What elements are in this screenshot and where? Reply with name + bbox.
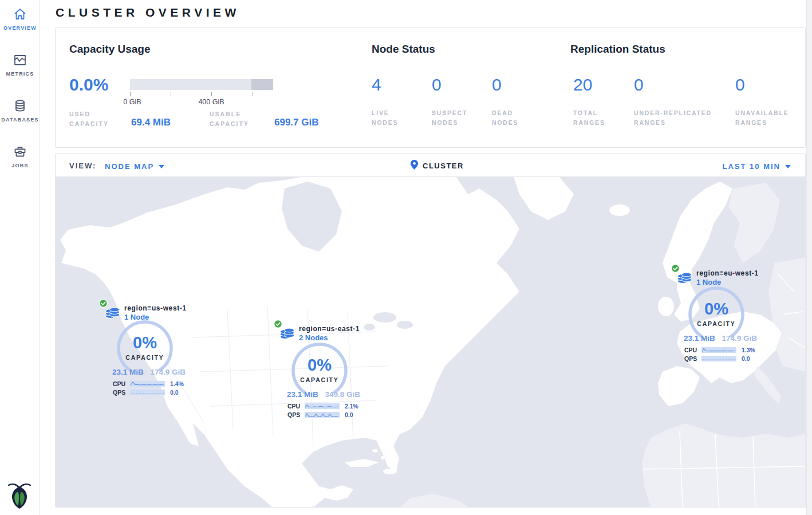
unavailable-ranges-label: UNAVAILABLE RANGES	[735, 108, 798, 128]
dead-nodes-value: 0	[492, 75, 549, 95]
home-icon	[13, 7, 27, 22]
time-range-value: LAST 10 MIN	[723, 162, 781, 171]
map-pin-icon	[411, 160, 418, 172]
sidebar-item-databases[interactable]: DATABASES	[0, 99, 40, 123]
dead-nodes-stat: 0 DEAD NODES	[492, 75, 549, 95]
qps-label: QPS	[113, 389, 130, 396]
sidebar-item-label: OVERVIEW	[0, 25, 40, 31]
qps-label: QPS	[684, 355, 701, 362]
sidebar-item-label: DATABASES	[0, 117, 40, 123]
capacity-percent: 0%	[115, 333, 175, 352]
capacity-used: 23.1 MiB	[112, 368, 144, 376]
cockroachdb-logo	[7, 481, 32, 509]
node-stack-icon	[677, 270, 692, 285]
usable-capacity-value: 699.7 GiB	[274, 117, 319, 128]
capacity-bar	[130, 79, 273, 90]
capacity-used: 23.1 MiB	[684, 334, 715, 343]
sidebar-item-label: JOBS	[0, 163, 40, 168]
capacity-used-percent: 0.0%	[69, 75, 108, 95]
axis-tick	[211, 92, 212, 96]
cpu-stat-row: CPU 1.4%	[113, 380, 184, 387]
used-capacity-label: USED CAPACITY	[69, 109, 121, 129]
cpu-value: 1.4%	[170, 380, 184, 387]
capacity-range-values: 23.1 MiB 349.8 GiB	[287, 390, 360, 399]
chevron-down-icon	[159, 162, 164, 170]
under-replicated-ranges-stat: 0 UNDER-REPLICATED RANGES	[634, 75, 731, 95]
sidebar-item-label: METRICS	[0, 71, 40, 77]
suspect-nodes-value: 0	[432, 75, 489, 95]
capacity-used: 23.1 MiB	[287, 390, 318, 399]
capacity-gauge-label: CAPACITY	[687, 320, 746, 327]
scrollbar[interactable]	[806, 0, 812, 515]
live-nodes-value: 4	[372, 75, 429, 95]
view-selector[interactable]: NODE MAP	[105, 162, 164, 171]
capacity-bar-reserved-segment	[251, 79, 273, 90]
cpu-sparkline	[130, 381, 165, 387]
dead-nodes-label: DEAD NODES	[492, 108, 526, 128]
cluster-summary-card: Capacity Usage 0.0% 0 GiB 400 GiB USED C…	[55, 27, 806, 148]
used-capacity-value: 69.4 MiB	[131, 117, 171, 128]
briefcase-icon	[13, 144, 27, 159]
node-status-title: Node Status	[372, 43, 435, 56]
unavailable-ranges-value: 0	[735, 75, 804, 95]
qps-value: 0.0	[345, 411, 353, 418]
capacity-total: 174.9 GiB	[150, 368, 186, 376]
axis-tick-label: 0 GiB	[123, 98, 141, 106]
page-title: CLUSTER OVERVIEW	[56, 6, 240, 19]
qps-stat-row: QPS 0.0	[113, 389, 179, 396]
total-ranges-value: 20	[573, 75, 630, 95]
suspect-nodes-label: SUSPECT NODES	[432, 108, 478, 128]
node-stack-icon	[279, 326, 295, 341]
capacity-gauge-label: CAPACITY	[290, 376, 349, 383]
replication-status-title: Replication Status	[570, 43, 665, 56]
axis-tick	[253, 92, 253, 96]
view-selector-value: NODE MAP	[105, 162, 154, 171]
sidebar-item-jobs[interactable]: JOBS	[0, 144, 40, 168]
axis-tick	[130, 92, 131, 96]
qps-value: 0.0	[170, 389, 179, 396]
unavailable-ranges-stat: 0 UNAVAILABLE RANGES	[735, 75, 804, 95]
cpu-stat-row: CPU 2.1%	[287, 403, 358, 410]
view-label: VIEW:	[69, 162, 96, 170]
breadcrumb-cluster: CLUSTER	[423, 162, 464, 170]
qps-sparkline	[130, 390, 165, 395]
qps-stat-row: QPS 0.0	[684, 355, 750, 362]
world-map[interactable]: region=us-west-1 1 Node 0% CAPACITY 23.1…	[56, 177, 806, 508]
live-nodes-stat: 4 LIVE NODES	[372, 75, 429, 95]
cpu-label: CPU	[684, 347, 701, 353]
under-replicated-ranges-label: UNDER-REPLICATED RANGES	[634, 108, 726, 128]
qps-label: QPS	[287, 411, 305, 418]
capacity-percent: 0%	[290, 356, 349, 375]
cpu-stat-row: CPU 1.3%	[684, 347, 755, 353]
cpu-sparkline	[701, 347, 736, 353]
axis-tick	[171, 92, 171, 96]
live-nodes-label: LIVE NODES	[372, 108, 413, 128]
qps-sparkline	[701, 356, 736, 361]
cpu-sparkline	[305, 403, 340, 409]
total-ranges-label: TOTAL RANGES	[573, 108, 613, 128]
sidebar-item-overview[interactable]: OVERVIEW	[0, 7, 40, 31]
cpu-value: 2.1%	[345, 403, 358, 410]
qps-stat-row: QPS 0.0	[287, 411, 353, 418]
qps-value: 0.0	[742, 355, 750, 362]
under-replicated-ranges-value: 0	[634, 75, 731, 95]
total-ranges-stat: 20 TOTAL RANGES	[573, 75, 630, 95]
sidebar-item-metrics[interactable]: METRICS	[0, 53, 40, 77]
capacity-total: 174.9 GiB	[722, 334, 757, 343]
usable-capacity-label: USABLE CAPACITY	[210, 109, 261, 129]
capacity-range-values: 23.1 MiB 174.9 GiB	[112, 368, 186, 376]
breadcrumb[interactable]: CLUSTER	[411, 160, 464, 172]
sidebar: OVERVIEW METRICS DATABASES	[0, 0, 40, 515]
chevron-down-icon	[785, 162, 791, 170]
capacity-range-values: 23.1 MiB 174.9 GiB	[684, 334, 757, 343]
time-range-selector[interactable]: LAST 10 MIN	[723, 162, 791, 171]
suspect-nodes-stat: 0 SUSPECT NODES	[432, 75, 489, 95]
capacity-gauge-label: CAPACITY	[115, 354, 175, 361]
cpu-label: CPU	[113, 380, 130, 387]
metrics-chart-icon	[13, 53, 27, 68]
cpu-value: 1.3%	[742, 347, 755, 353]
axis-tick-label: 400 GiB	[198, 98, 224, 106]
capacity-usage-title: Capacity Usage	[69, 43, 151, 56]
region-name: region=us-east-1	[299, 325, 360, 333]
node-map-card: VIEW: NODE MAP CLUSTER LAST 10 MIN	[55, 154, 806, 508]
